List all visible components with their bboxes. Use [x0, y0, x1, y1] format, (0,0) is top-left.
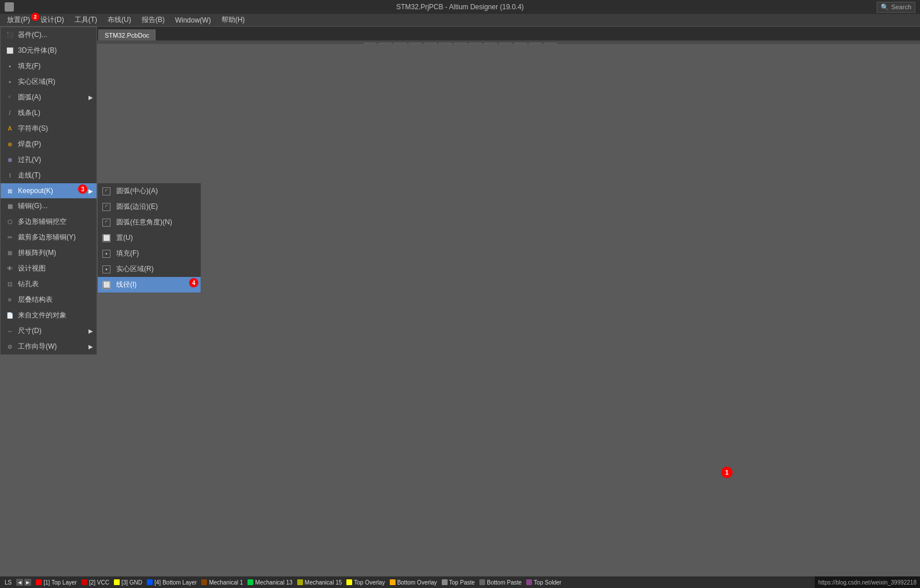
layer-top-overlay-dot [346, 579, 352, 585]
layer-top-dot [36, 579, 42, 585]
poly-cutout-icon: ⬡ [5, 217, 14, 227]
place-poly-cutout[interactable]: ⬡ 多边形辅铜挖空 [1, 214, 97, 230]
keepout-solid-icon: ▪ [102, 265, 110, 273]
from-file-icon: 📄 [5, 311, 14, 320]
status-nav[interactable]: ◀ ▶ [14, 579, 34, 586]
layer-bottom-paste[interactable]: Bottom Paste [477, 579, 524, 586]
place-via[interactable]: ⊗ 过孔(V) [1, 152, 97, 168]
keepout-line-width-icon: ⬜ [102, 281, 110, 289]
keepout-submenu: ◜ 圆弧(中心)(A) ◜ 圆弧(边沿)(E) ◜ 圆弧(任意角度)(N) ⬜ … [97, 183, 201, 293]
place-arc[interactable]: ◜ 圆弧(A) ▶ [1, 90, 97, 105]
line-icon: / [5, 109, 14, 118]
place-drill-table[interactable]: ⊡ 钻孔表 [1, 276, 97, 292]
layer-bottom[interactable]: [4] Bottom Layer [145, 579, 199, 586]
string-icon: A [5, 124, 14, 134]
place-copper[interactable]: ▦ 辅铜(G)... [1, 198, 97, 214]
title-bar-left [5, 2, 14, 12]
arc-edge-icon: ◜ [102, 203, 110, 211]
title-bar-title: STM32.PrjPCB - Altium Designer (19.0.4) [396, 3, 524, 11]
layer-bottom-paste-dot [479, 579, 485, 585]
keepout-badge: 3 [78, 184, 87, 194]
layer-mech1-dot [201, 579, 207, 585]
layer-mech15-dot [297, 579, 303, 585]
menu-item-tools[interactable]: 工具(T) [70, 14, 102, 26]
status-ls: LS [2, 579, 14, 586]
layer-top-overlay[interactable]: Top Overlay [344, 579, 387, 586]
work-guide-arrow: ▶ [88, 343, 93, 350]
keepout-line-width[interactable]: ⬜ 线径(I) 4 [98, 277, 201, 293]
menu-item-window[interactable]: Window(W) [171, 15, 216, 25]
menu-item-route[interactable]: 布线(U) [103, 14, 136, 26]
linewidth-badge: 4 [189, 278, 198, 287]
place-from-file[interactable]: 📄 来自文件的对象 [1, 308, 97, 323]
keepout-place[interactable]: ⬜ 置(U) [98, 230, 201, 246]
nav-next[interactable]: ▶ [24, 579, 31, 586]
arc-any-icon: ◜ [102, 219, 110, 227]
menu-badge: 2 [31, 13, 39, 21]
keepout-fill[interactable]: ▪ 填充(F) [98, 246, 201, 261]
place-keepout[interactable]: ⊠ Keepout(K) ▶ 3 [1, 183, 97, 198]
layer-stack-icon: ≡ [5, 295, 14, 305]
layer-mech1[interactable]: Mechanical 1 [199, 579, 245, 586]
place-fill[interactable]: ▪ 填充(F) [1, 58, 97, 74]
layer-vcc-dot [82, 579, 87, 585]
design-view-icon: 👁 [5, 264, 14, 273]
status-bar: LS ◀ ▶ [1] Top Layer [2] VCC [3] GND [4]… [0, 576, 920, 588]
place-design-view[interactable]: 👁 设计视图 [1, 261, 97, 276]
keepout-solid[interactable]: ▪ 实心区域(R) [98, 261, 201, 277]
layer-bottom-overlay[interactable]: Bottom Overlay [387, 579, 439, 586]
place-menu: ⬛ 器件(C)... ⬜ 3D元件体(B) ▪ 填充(F) ▪ 实心区域(R) … [0, 27, 97, 355]
place-3d[interactable]: ⬜ 3D元件体(B) [1, 43, 97, 58]
drill-table-icon: ⊡ [5, 280, 14, 289]
keepout-icon: ⊠ [5, 186, 14, 195]
place-string[interactable]: A 字符串(S) [1, 121, 97, 136]
place-work-guide[interactable]: ⊘ 工作向导(W) ▶ [1, 339, 97, 354]
layer-bottom-dot [147, 579, 153, 585]
menu-item-reports[interactable]: 报告(B) [137, 14, 169, 26]
place-dimension[interactable]: ↔ 尺寸(D) ▶ [1, 323, 97, 339]
search-box[interactable]: 🔍 Search [877, 2, 915, 13]
arc-center-icon: ◜ [102, 187, 110, 195]
layer-top[interactable]: [1] Top Layer [34, 579, 79, 586]
layer-mech13[interactable]: Mechanical 13 [245, 579, 294, 586]
place-panel-array[interactable]: ⊞ 拼板阵列(M) [1, 245, 97, 261]
keepout-place-icon: ⬜ [102, 234, 110, 242]
layer-mech15[interactable]: Mechanical 15 [295, 579, 344, 586]
keepout-arc-any[interactable]: ◜ 圆弧(任意角度)(N) [98, 215, 201, 230]
tab-pcbdoc[interactable]: STM32.PcbDoc [98, 29, 156, 40]
layer-top-paste[interactable]: Top Paste [439, 579, 477, 586]
place-component[interactable]: ⬛ 器件(C)... [1, 27, 97, 43]
panel-array-icon: ⊞ [5, 249, 14, 258]
via-icon: ⊗ [5, 156, 14, 165]
indicator-1: 1 [721, 467, 733, 478]
menu-item-design[interactable]: 设计(D) [36, 14, 69, 26]
place-clip-poly[interactable]: ✂ 裁剪多边形辅铜(Y) [1, 230, 97, 245]
place-layer-stack[interactable]: ≡ 层叠结构表 [1, 292, 97, 308]
place-pad[interactable]: ⊕ 焊盘(P) [1, 136, 97, 152]
place-solid[interactable]: ▪ 实心区域(R) [1, 74, 97, 90]
copper-icon: ▦ [5, 202, 14, 211]
keepout-arc-edge[interactable]: ◜ 圆弧(边沿)(E) [98, 199, 201, 215]
place-track[interactable]: ⌇ 走线(T) [1, 168, 97, 183]
layer-top-solder-dot [526, 579, 532, 585]
layer-gnd[interactable]: [3] GND [112, 579, 145, 586]
solid-icon: ▪ [5, 77, 14, 87]
url-bar: https://blog.csdn.net/weixin_39992218 [815, 576, 920, 588]
keepout-arc-center[interactable]: ◜ 圆弧(中心)(A) [98, 183, 201, 199]
menu-item-place[interactable]: 放置(P) 2 [2, 14, 35, 26]
keepout-arrow: ▶ [88, 188, 93, 194]
3d-icon: ⬜ [5, 46, 14, 56]
search-icon: 🔍 [881, 3, 889, 11]
layer-vcc[interactable]: [2] VCC [79, 579, 112, 586]
layer-top-solder[interactable]: Top Solder [524, 579, 564, 586]
component-icon: ⬛ [5, 31, 14, 40]
place-line[interactable]: / 线条(L) [1, 105, 97, 121]
dimension-icon: ↔ [5, 327, 14, 336]
track-icon: ⌇ [5, 171, 14, 180]
fill-icon: ▪ [5, 62, 14, 71]
menu-item-help[interactable]: 帮助(H) [217, 14, 250, 26]
title-bar: STM32.PrjPCB - Altium Designer (19.0.4) … [0, 0, 920, 14]
app-icon [5, 2, 14, 12]
pad-icon: ⊕ [5, 140, 14, 149]
nav-prev[interactable]: ◀ [16, 579, 23, 586]
